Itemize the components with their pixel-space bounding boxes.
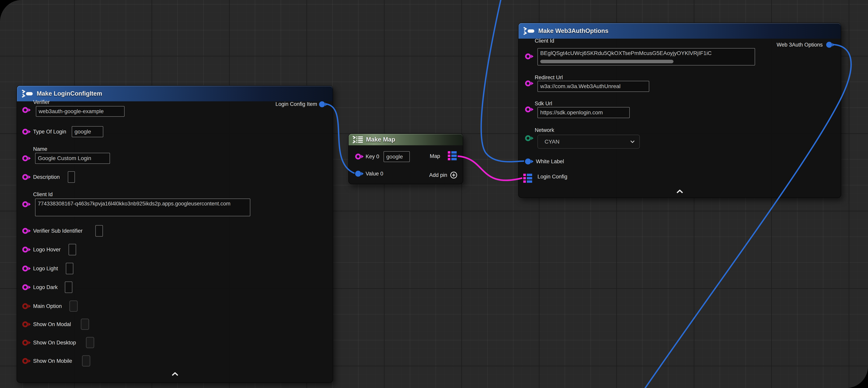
pin-label-logo-hover: Logo Hover [33,246,61,253]
pin-label-show-on-mobile: Show On Mobile [33,358,72,364]
input-pin-show-on-modal[interactable] [22,321,28,327]
input-pin-verifier[interactable] [22,107,28,113]
verifier-input[interactable]: web3auth-google-example [36,106,125,117]
input-pin-logo-hover[interactable] [22,247,28,252]
main-option-checkbox[interactable] [69,300,78,312]
node-title: Make Web3AuthOptions [538,27,609,34]
input-pin-type-of-login[interactable] [22,129,28,135]
output-pin-map[interactable] [448,151,457,160]
node-header[interactable]: Make Map [349,134,463,145]
input-pin-description[interactable] [22,174,28,180]
pin-label-login-config: Login Config [537,173,567,180]
node-make-login-config-item[interactable]: Make LoginConfigItem Login Config Item V… [17,85,333,383]
show-on-modal-checkbox[interactable] [81,319,89,330]
input-pin-show-on-mobile[interactable] [22,358,28,364]
description-input[interactable] [68,171,75,183]
name-input[interactable]: Google Custom Login [35,153,110,164]
verifier-sub-identifier-input[interactable] [95,225,103,237]
logo-light-input[interactable] [66,263,73,274]
collapse-node-chevron-icon[interactable] [676,190,683,193]
logo-dark-input[interactable] [65,281,72,293]
pin-label-description: Description [33,174,60,180]
pin-label-client-id: Client Id [33,191,53,198]
pin-label-name: Name [33,146,47,152]
pin-label-show-on-modal: Show On Modal [33,321,71,328]
input-pin-verifier-sub-identifier[interactable] [22,228,28,234]
sdk-url-input[interactable]: https://sdk.openlogin.com [537,107,630,118]
input-pin-client-id[interactable] [22,201,28,207]
pin-label-type-of-login: Type Of Login [33,128,66,135]
input-pin-show-on-desktop[interactable] [22,340,28,346]
show-on-desktop-checkbox[interactable] [86,337,94,348]
input-pin-logo-light[interactable] [22,266,28,271]
input-pin-sdk-url[interactable] [525,107,531,112]
output-pin-web3auth-options[interactable] [826,42,832,48]
input-pin-login-config[interactable] [523,174,532,183]
node-make-map[interactable]: Make Map Key 0 google Map Value 0 Add pi… [348,133,463,184]
pin-label-redirect-url: Redirect Url [535,74,563,81]
output-pin-login-config-item[interactable] [319,101,325,107]
client-id-scrollbar[interactable] [540,60,674,63]
pin-label-verifier-sub-identifier: Verifier Sub Identifier [33,228,83,234]
input-pin-white-label[interactable] [525,158,531,165]
type-of-login-input[interactable]: google [72,126,103,137]
add-pin-label: Add pin [429,172,447,178]
pin-label-main-option: Main Option [33,303,62,309]
client-id-input[interactable]: 774338308167-q463s7kpvja16l4l0kko3nb925i… [35,199,250,216]
chevron-down-icon [630,140,634,143]
pin-label-logo-light: Logo Light [33,265,58,272]
collapse-node-chevron-icon[interactable] [172,372,178,376]
add-pin-plus-icon [450,171,458,179]
input-pin-logo-dark[interactable] [22,284,28,290]
input-pin-network[interactable] [525,135,531,141]
pin-label-verifier: Verifier [33,99,50,106]
pin-label-value0: Value 0 [366,170,383,177]
input-pin-value0[interactable] [355,171,361,177]
pin-label-map: Map [430,153,440,159]
input-pin-redirect-url[interactable] [525,81,531,86]
redirect-url-input[interactable]: w3a://com.w3a.Web3AuthUnreal [537,81,649,92]
blueprint-editor: Make LoginConfigItem Login Config Item V… [0,0,868,388]
pin-label-web3auth-options: Web 3Auth Options [777,41,823,48]
pin-label-white-label: White Label [536,158,564,165]
add-pin-button[interactable]: Add pin [429,171,458,179]
pin-label-logo-dark: Logo Dark [33,284,58,291]
network-selected-value: CYAN [545,139,560,145]
network-dropdown[interactable]: CYAN [537,135,640,149]
pin-label-show-on-desktop: Show On Desktop [33,339,76,346]
input-pin-client-id[interactable] [525,53,531,59]
node-header[interactable]: Make LoginConfigItem [17,86,333,101]
pin-label-login-config-item: Login Config Item [275,101,317,108]
input-pin-main-option[interactable] [22,303,28,309]
pin-label-key0: Key 0 [366,153,379,160]
show-on-mobile-checkbox[interactable] [82,355,90,366]
input-pin-name[interactable] [22,155,28,161]
logo-hover-input[interactable] [69,244,76,255]
pin-label-sdk-url: Sdk Url [535,100,552,107]
node-title: Make LoginConfigItem [37,90,102,97]
make-struct-icon [21,89,33,98]
node-header[interactable]: Make Web3AuthOptions [519,23,841,39]
client-id-input[interactable]: BEglQSgt4cUWcj6SKRdu5QkOXTsePmMcusG5EAoy… [537,48,755,65]
node-title: Make Map [366,136,395,143]
pin-label-client-id: Client Id [535,37,554,44]
key0-input[interactable]: google [383,151,410,162]
make-map-icon [352,136,363,144]
node-make-web3auth-options[interactable]: Make Web3AuthOptions Web 3Auth Options C… [518,23,841,198]
pin-label-network: Network [535,127,554,133]
make-struct-icon [523,27,535,35]
input-pin-key0[interactable] [355,154,361,159]
